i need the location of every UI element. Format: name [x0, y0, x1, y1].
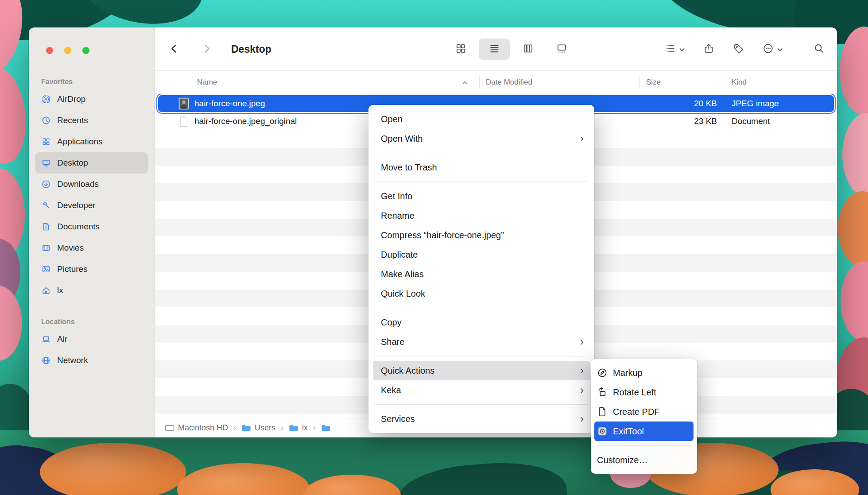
sidebar-item-label: Applications	[57, 137, 102, 147]
submenu-item-label: Customize…	[597, 455, 647, 465]
photo-icon	[41, 265, 51, 274]
group-button[interactable]	[665, 43, 685, 55]
menu-item-services[interactable]: Services›	[368, 409, 594, 429]
wallpaper-flower	[0, 286, 22, 361]
submenu-item-exiftool[interactable]: ExifTool	[594, 422, 694, 441]
menu-separator	[597, 445, 691, 446]
blank-document-icon	[178, 116, 190, 128]
menu-item-open-with[interactable]: Open With›	[368, 129, 594, 148]
path-item-lx[interactable]: lx	[289, 423, 308, 433]
menu-item-label: Move to Trash	[381, 162, 584, 173]
submenu-arrow-icon: ›	[580, 414, 584, 424]
menu-item-label: Open	[381, 114, 584, 124]
share-icon	[703, 43, 714, 55]
column-divider[interactable]	[479, 77, 480, 88]
column-header-name[interactable]: Name	[155, 71, 479, 93]
sidebar-item-label: Documents	[57, 222, 100, 232]
menu-item-keka[interactable]: Keka›	[368, 380, 594, 400]
hammer-icon	[41, 201, 51, 210]
context-menu: OpenOpen With›Move to TrashGet InfoRenam…	[368, 105, 594, 433]
sidebar-item-label: Downloads	[57, 179, 99, 189]
menu-item-compress-hair-force-one-jpeg[interactable]: Compress “hair-force-one.jpeg”	[368, 225, 594, 245]
view-grid-icon	[455, 43, 466, 55]
column-view-button[interactable]	[512, 39, 543, 60]
sidebar-item-applications[interactable]: Applications	[35, 131, 148, 152]
back-button[interactable]	[168, 39, 180, 60]
home-icon	[41, 286, 51, 295]
sidebar-item-lx[interactable]: lx	[35, 280, 148, 301]
sidebar-item-downloads[interactable]: Downloads	[35, 174, 148, 195]
icon-view-button[interactable]	[445, 39, 476, 60]
sidebar-item-desktop[interactable]: Desktop	[35, 152, 148, 174]
sidebar-item-network[interactable]: Network	[35, 350, 148, 371]
column-header-date-modified[interactable]: Date Modified	[479, 71, 639, 93]
file-size: 20 KB	[639, 99, 725, 108]
menu-separator	[375, 356, 588, 356]
sidebar-item-pictures[interactable]: Pictures	[35, 259, 148, 280]
sidebar-item-developer[interactable]: Developer	[35, 195, 148, 216]
menu-item-label: Quick Actions	[381, 366, 580, 376]
forward-button[interactable]	[201, 39, 213, 60]
sidebar-item-label: Recents	[57, 116, 88, 125]
column-label: Size	[646, 78, 661, 87]
image-thumbnail-icon	[178, 97, 190, 110]
sidebar-item-label: Desktop	[57, 158, 88, 168]
menu-item-get-info[interactable]: Get Info	[368, 186, 594, 206]
path-item-label: Macintosh HD	[178, 423, 228, 433]
sidebar-item-movies[interactable]: Movies	[35, 237, 148, 259]
column-divider[interactable]	[639, 77, 640, 88]
minimize-button[interactable]	[64, 47, 71, 54]
submenu-item-customize[interactable]: Customize…	[591, 450, 697, 470]
submenu-item-markup[interactable]: Markup	[591, 363, 697, 383]
menu-item-rename[interactable]: Rename	[368, 206, 594, 225]
menu-item-move-to-trash[interactable]: Move to Trash	[368, 158, 594, 177]
submenu-item-rotate-left[interactable]: Rotate Left	[591, 383, 697, 402]
sidebar-item-label: lx	[57, 286, 63, 295]
menu-item-share[interactable]: Share›	[368, 332, 594, 352]
zoom-button[interactable]	[82, 47, 89, 54]
path-item-macintosh-hd[interactable]: Macintosh HD	[165, 423, 228, 433]
tags-button[interactable]	[733, 43, 744, 55]
sort-ascending-icon	[462, 78, 468, 87]
column-headers: Name Date Modified Size Kind	[155, 71, 837, 94]
wallpaper-leaf	[838, 191, 868, 267]
list-view-button[interactable]	[479, 39, 510, 60]
menu-item-quick-actions[interactable]: Quick Actions›	[373, 361, 590, 380]
menu-item-label: Open With	[381, 134, 580, 144]
search-button[interactable]	[814, 43, 825, 55]
more-actions-button[interactable]	[763, 43, 783, 55]
share-button[interactable]	[703, 43, 714, 55]
markup-icon	[597, 368, 608, 378]
column-header-kind[interactable]: Kind	[725, 71, 837, 93]
sidebar-item-label: Network	[57, 356, 88, 365]
path-separator: ›	[281, 423, 283, 433]
column-divider[interactable]	[725, 77, 725, 88]
submenu-item-create-pdf[interactable]: Create PDF	[591, 402, 697, 422]
menu-item-copy[interactable]: Copy	[368, 313, 594, 332]
path-item-users[interactable]: Users	[241, 423, 275, 433]
sidebar-item-documents[interactable]: Documents	[35, 216, 148, 237]
sidebar-item-airdrop[interactable]: AirDrop	[35, 89, 148, 110]
path-separator: ›	[233, 423, 236, 433]
sidebar-item-label: Movies	[57, 243, 84, 253]
menu-item-open[interactable]: Open	[368, 109, 594, 129]
sidebar-item-label: Pictures	[57, 264, 88, 274]
sidebar-item-recents[interactable]: Recents	[35, 110, 148, 131]
column-header-size[interactable]: Size	[639, 71, 725, 93]
path-item-truncated[interactable]	[321, 424, 331, 432]
sidebar-section-locations: LocationsAirNetwork	[35, 316, 148, 371]
menu-item-duplicate[interactable]: Duplicate	[368, 245, 594, 264]
film-icon	[41, 244, 51, 252]
close-button[interactable]	[46, 47, 53, 54]
menu-item-quick-look[interactable]: Quick Look	[368, 284, 594, 303]
quick-actions-submenu: MarkupRotate LeftCreate PDFExifToolCusto…	[591, 359, 697, 474]
sidebar-section-label: Locations	[35, 316, 148, 328]
sidebar-item-air[interactable]: Air	[35, 329, 148, 350]
menu-separator	[375, 182, 588, 182]
sidebar-section-label: Favorites	[35, 76, 148, 88]
menu-item-label: Compress “hair-force-one.jpeg”	[381, 230, 584, 240]
file-name: hair-force-one.jpeg_original	[194, 116, 297, 126]
sidebar: FavoritesAirDropRecentsApplicationsDeskt…	[29, 27, 155, 437]
menu-item-make-alias[interactable]: Make Alias	[368, 264, 594, 284]
gallery-view-button[interactable]	[546, 39, 577, 60]
